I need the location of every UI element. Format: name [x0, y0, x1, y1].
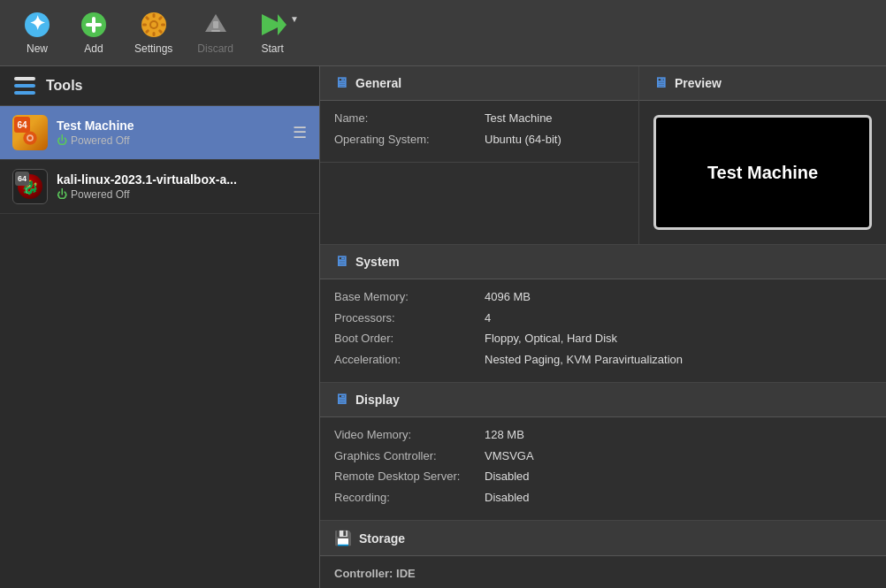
- svg-marker-20: [278, 14, 286, 35]
- preview-section: 🖥 Preview Test Machine: [638, 66, 886, 244]
- vm-item-kali[interactable]: 64 🐉 kali-linux-2023.1-virtualbox-a... ⏻…: [0, 160, 319, 214]
- preview-section-header: 🖥 Preview: [639, 66, 886, 101]
- system-section-header: 🖥 System: [320, 245, 886, 279]
- general-section-header: 🖥 General: [320, 66, 638, 101]
- svg-rect-8: [152, 13, 155, 18]
- system-content: Base Memory: 4096 MB Processors: 4 Boot …: [320, 279, 886, 383]
- display-icon: 🖥: [334, 392, 348, 408]
- general-name-row: Name: Test Machine: [334, 110, 624, 127]
- system-section: 🖥 System Base Memory: 4096 MB Processors…: [320, 245, 886, 383]
- svg-rect-14: [142, 24, 147, 27]
- svg-rect-12: [152, 32, 155, 36]
- vm-badge-kali: 64: [15, 172, 29, 186]
- preview-icon: 🖥: [653, 75, 668, 91]
- system-acceleration-row: Acceleration: Nested Paging, KVM Paravir…: [334, 351, 872, 369]
- system-processors-row: Processors: 4: [334, 309, 872, 327]
- system-memory-row: Base Memory: 4096 MB: [334, 288, 872, 306]
- discard-button[interactable]: Discard: [187, 5, 244, 60]
- main-layout: Tools 64 Test Machine ⏻ Powered Off ☰: [0, 66, 886, 588]
- start-button[interactable]: Start ▼: [248, 5, 309, 60]
- display-graphics-row: Graphics Controller: VMSVGA: [334, 447, 872, 465]
- discard-icon: [202, 11, 230, 39]
- vm-name-test-machine: Test Machine: [57, 118, 284, 133]
- vm-status-kali: ⏻ Powered Off: [57, 188, 307, 201]
- svg-rect-17: [213, 21, 218, 28]
- svg-rect-4: [86, 23, 102, 27]
- power-icon: ⏻: [57, 134, 67, 147]
- sidebar-title: Tools: [46, 78, 82, 94]
- sidebar: Tools 64 Test Machine ⏻ Powered Off ☰: [0, 66, 320, 588]
- general-os-row: Operating System: Ubuntu (64-bit): [334, 131, 624, 149]
- vm-item-test-machine[interactable]: 64 Test Machine ⏻ Powered Off ☰: [0, 106, 319, 160]
- new-button[interactable]: ✦ New: [11, 5, 64, 60]
- detail-panel: 🖥 General Name: Test Machine Operating S…: [320, 66, 886, 588]
- add-icon: [80, 11, 108, 39]
- storage-icon: 💾: [334, 530, 352, 546]
- svg-rect-18: [211, 30, 220, 32]
- vm-icon-ubuntu: 64: [12, 115, 48, 150]
- general-section: 🖥 General Name: Test Machine Operating S…: [320, 66, 638, 244]
- svg-point-23: [28, 136, 32, 140]
- vm-icon-kali: 64 🐉: [12, 169, 48, 204]
- start-icon: [258, 11, 286, 39]
- vm-info-kali: kali-linux-2023.1-virtualbox-a... ⏻ Powe…: [57, 172, 307, 201]
- general-icon: 🖥: [334, 75, 348, 91]
- vm-menu-icon[interactable]: ☰: [293, 123, 307, 142]
- storage-section-header: 💾 Storage: [320, 521, 886, 556]
- storage-section: 💾 Storage Controller: IDE IDE Secondary …: [320, 521, 886, 588]
- system-boot-row: Boot Order: Floppy, Optical, Hard Disk: [334, 330, 872, 347]
- vm-info-test-machine: Test Machine ⏻ Powered Off: [57, 118, 284, 147]
- general-preview-row: 🖥 General Name: Test Machine Operating S…: [320, 66, 886, 245]
- display-rdp-row: Remote Desktop Server: Disabled: [334, 468, 872, 485]
- new-icon: ✦: [23, 11, 51, 39]
- display-section: 🖥 Display Video Memory: 128 MB Graphics …: [320, 383, 886, 521]
- preview-canvas: Test Machine: [653, 115, 872, 230]
- svg-point-7: [151, 22, 157, 27]
- add-button[interactable]: Add: [67, 5, 120, 60]
- vm-status-test-machine: ⏻ Powered Off: [57, 134, 284, 147]
- sidebar-header: Tools: [0, 66, 319, 106]
- display-recording-row: Recording: Disabled: [334, 489, 872, 507]
- display-video-memory-row: Video Memory: 128 MB: [334, 426, 872, 444]
- storage-content: Controller: IDE IDE Secondary Device 0: …: [320, 556, 886, 588]
- storage-controller-ide-row: Controller: IDE: [334, 565, 872, 583]
- ubuntu-logo: [18, 127, 42, 147]
- general-content: Name: Test Machine Operating System: Ubu…: [320, 101, 638, 163]
- start-dropdown-arrow[interactable]: ▼: [290, 14, 299, 24]
- display-content: Video Memory: 128 MB Graphics Controller…: [320, 417, 886, 521]
- vm-name-kali: kali-linux-2023.1-virtualbox-a...: [57, 172, 307, 187]
- settings-button[interactable]: Settings: [124, 5, 183, 60]
- tools-icon: [12, 75, 37, 96]
- svg-text:✦: ✦: [29, 12, 45, 34]
- svg-rect-10: [161, 24, 165, 27]
- toolbar: ✦ New Add Settings: [0, 0, 886, 66]
- power-icon-kali: ⏻: [57, 188, 67, 201]
- display-section-header: 🖥 Display: [320, 383, 886, 417]
- system-icon: 🖥: [334, 254, 348, 270]
- settings-icon: [140, 11, 168, 39]
